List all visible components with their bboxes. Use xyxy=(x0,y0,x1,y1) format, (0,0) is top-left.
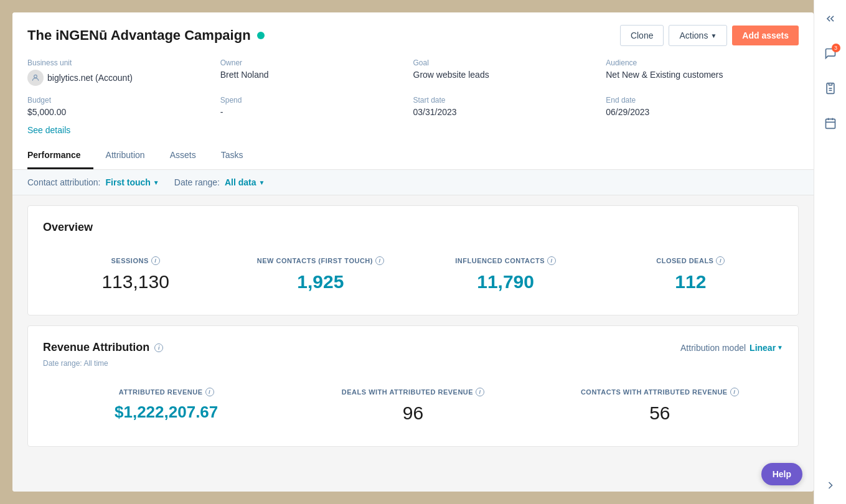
overview-title: Overview xyxy=(43,221,783,234)
tab-assets[interactable]: Assets xyxy=(157,142,209,169)
campaign-title-row: The iNGENū Advantage Campaign xyxy=(27,27,265,44)
contact-attribution-dropdown[interactable]: First touch ▼ xyxy=(106,177,159,187)
audience-item: Audience Net New & Existing customers xyxy=(606,56,799,93)
right-sidebar: 3 xyxy=(814,0,846,504)
svg-rect-4 xyxy=(825,119,835,128)
closed-deals-info-icon[interactable]: i xyxy=(716,256,725,265)
end-date-label: End date xyxy=(606,96,799,105)
clone-button[interactable]: Clone xyxy=(620,25,664,46)
influenced-contacts-info-icon[interactable]: i xyxy=(547,256,556,265)
chat-icon[interactable]: 3 xyxy=(819,42,842,65)
attribution-model-section: Attribution model Linear ▼ xyxy=(680,343,783,353)
new-contacts-info-icon[interactable]: i xyxy=(375,256,384,265)
filter-bar: Contact attribution: First touch ▼ Date … xyxy=(12,170,814,195)
revenue-date-range: Date range: All time xyxy=(43,359,783,368)
tab-nav: Performance Attribution Assets Tasks xyxy=(27,142,799,169)
actions-button[interactable]: Actions ▼ xyxy=(669,25,727,46)
stat-new-contacts: NEW CONTACTS (FIRST TOUCH) i 1,925 xyxy=(228,249,413,300)
spend-label: Spend xyxy=(220,96,413,105)
date-range-dropdown[interactable]: All data ▼ xyxy=(225,177,265,187)
revenue-attribution-card: Revenue Attribution i Attribution model … xyxy=(27,325,799,447)
contact-attribution-label: Contact attribution: xyxy=(27,177,101,187)
chevron-down-icon: ▼ xyxy=(153,179,159,186)
closed-deals-value: 112 xyxy=(598,271,783,292)
budget-value: $5,000.00 xyxy=(27,107,220,117)
revenue-attribution-title: Revenue Attribution xyxy=(43,341,149,354)
calendar-icon[interactable] xyxy=(819,112,842,134)
revenue-attribution-info-icon[interactable]: i xyxy=(154,343,163,352)
audience-label: Audience xyxy=(606,58,799,67)
date-range-label: Date range: xyxy=(174,177,220,187)
see-details-link[interactable]: See details xyxy=(27,125,70,135)
business-unit-item: Business unit biglytics.net (Account) xyxy=(27,56,220,93)
deals-attributed-revenue-info-icon[interactable]: i xyxy=(476,388,484,396)
help-button[interactable]: Help xyxy=(761,463,802,485)
meta-grid-2: Budget $5,000.00 Spend - Start date 03/3… xyxy=(27,93,799,124)
collapse-sidebar-button[interactable] xyxy=(819,7,842,30)
start-date-item: Start date 03/31/2023 xyxy=(413,93,606,124)
spend-item: Spend - xyxy=(220,93,413,124)
goal-value: Grow website leads xyxy=(413,70,606,80)
business-unit-label: Business unit xyxy=(27,58,220,67)
avatar xyxy=(27,70,44,86)
stat-closed-deals: CLOSED DEALS i 112 xyxy=(598,249,783,300)
owner-item: Owner Brett Noland xyxy=(220,56,413,93)
tab-performance[interactable]: Performance xyxy=(27,142,93,169)
business-unit-value: biglytics.net (Account) xyxy=(47,73,133,83)
stat-contacts-attributed-revenue: CONTACTS WITH ATTRIBUTED REVENUE i 56 xyxy=(537,380,783,431)
owner-label: Owner xyxy=(220,58,413,67)
header-actions: Clone Actions ▼ Add assets xyxy=(620,25,799,46)
chat-badge: 3 xyxy=(832,44,840,52)
content-area: Contact attribution: First touch ▼ Date … xyxy=(12,170,814,492)
meta-grid: Business unit biglytics.net (Account) Ow… xyxy=(27,56,799,93)
goal-label: Goal xyxy=(413,58,606,67)
status-indicator xyxy=(257,32,265,39)
new-contacts-value: 1,925 xyxy=(228,271,413,292)
sessions-info-icon[interactable]: i xyxy=(151,256,160,265)
start-date-label: Start date xyxy=(413,96,606,105)
campaign-title: The iNGENū Advantage Campaign xyxy=(27,27,251,44)
overview-card: Overview SESSIONS i 113,130 NEW CONTACTS… xyxy=(27,205,799,315)
attributed-revenue-info-icon[interactable]: i xyxy=(205,388,214,396)
overview-stats: SESSIONS i 113,130 NEW CONTACTS (FIRST T… xyxy=(43,249,783,300)
svg-point-0 xyxy=(34,75,37,78)
goal-item: Goal Grow website leads xyxy=(413,56,606,93)
start-date-value: 03/31/2023 xyxy=(413,107,606,117)
end-date-value: 06/29/2023 xyxy=(606,107,799,117)
svg-rect-1 xyxy=(829,83,832,85)
owner-value: Brett Noland xyxy=(220,70,413,80)
stat-attributed-revenue: ATTRIBUTED REVENUE i $1,222,207.67 xyxy=(43,380,289,431)
attribution-model-label: Attribution model xyxy=(680,343,746,353)
end-date-item: End date 06/29/2023 xyxy=(606,93,799,124)
tab-attribution[interactable]: Attribution xyxy=(93,142,157,169)
attributed-revenue-value: $1,222,207.67 xyxy=(43,403,289,422)
attribution-model-dropdown[interactable]: Linear ▼ xyxy=(750,343,783,353)
stat-sessions: SESSIONS i 113,130 xyxy=(43,249,228,300)
audience-value: Net New & Existing customers xyxy=(606,70,799,80)
contacts-attributed-revenue-info-icon[interactable]: i xyxy=(730,388,739,396)
influenced-contacts-value: 11,790 xyxy=(413,271,598,292)
spend-value: - xyxy=(220,107,413,117)
stat-influenced-contacts: INFLUENCED CONTACTS i 11,790 xyxy=(413,249,598,300)
deals-attributed-revenue-value: 96 xyxy=(289,403,536,424)
revenue-stats: ATTRIBUTED REVENUE i $1,222,207.67 DEALS… xyxy=(43,380,783,431)
chevron-down-icon-3: ▼ xyxy=(777,344,783,351)
stat-deals-attributed-revenue: DEALS WITH ATTRIBUTED REVENUE i 96 xyxy=(289,380,536,431)
next-chevron-icon[interactable] xyxy=(819,474,842,497)
tab-tasks[interactable]: Tasks xyxy=(209,142,256,169)
budget-item: Budget $5,000.00 xyxy=(27,93,220,124)
chevron-down-icon-2: ▼ xyxy=(259,179,265,186)
clipboard-icon[interactable] xyxy=(819,77,842,100)
budget-label: Budget xyxy=(27,96,220,105)
add-assets-button[interactable]: Add assets xyxy=(732,26,799,45)
contacts-attributed-revenue-value: 56 xyxy=(537,403,783,424)
sessions-value: 113,130 xyxy=(43,271,228,292)
